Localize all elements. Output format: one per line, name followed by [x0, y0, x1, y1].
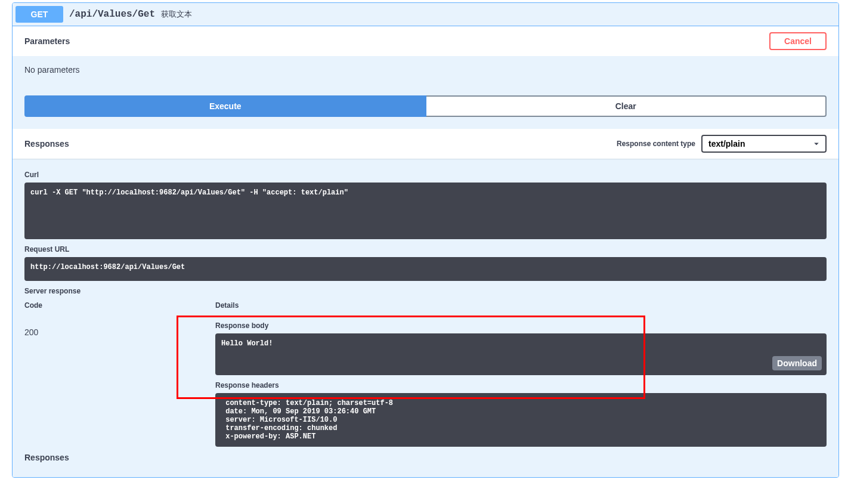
code-column-header: Code — [24, 301, 215, 310]
no-parameters-text: No parameters — [13, 56, 838, 84]
curl-label: Curl — [24, 171, 827, 179]
request-url-value[interactable]: http://localhost:9682/api/Values/Get — [24, 257, 827, 281]
responses-bottom-label: Responses — [24, 453, 827, 465]
curl-command[interactable]: curl -X GET "http://localhost:9682/api/V… — [24, 183, 827, 239]
http-method-badge: GET — [16, 6, 63, 23]
responses-title: Responses — [24, 139, 617, 149]
server-response-label: Server response — [24, 287, 827, 295]
operation-body: No parameters Execute Clear Responses Re… — [13, 56, 838, 477]
details-column-header: Details — [215, 301, 827, 310]
parameters-title: Parameters — [24, 36, 769, 46]
response-details: Response body Hello World! Download Resp… — [215, 321, 827, 447]
response-table-header: Code Details — [24, 301, 827, 316]
response-body-wrapper: Hello World! Download — [215, 333, 827, 375]
cancel-button[interactable]: Cancel — [769, 32, 827, 50]
api-path: /api/Values/Get — [63, 9, 161, 20]
download-button[interactable]: Download — [772, 356, 822, 370]
clear-button[interactable]: Clear — [426, 95, 827, 117]
execute-wrapper: Execute Clear — [13, 84, 838, 129]
operation-block: GET /api/Values/Get 获取文本 Parameters Canc… — [12, 2, 839, 478]
operation-summary[interactable]: GET /api/Values/Get 获取文本 — [13, 3, 838, 26]
response-status-code: 200 — [24, 321, 215, 447]
request-url-label: Request URL — [24, 245, 827, 253]
response-headers-label: Response headers — [215, 381, 827, 389]
response-headers-value[interactable]: content-type: text/plain; charset=utf-8 … — [215, 393, 827, 447]
response-body-value[interactable]: Hello World! — [215, 333, 827, 375]
content-type-select[interactable]: text/plain — [701, 135, 827, 153]
execute-button[interactable]: Execute — [24, 95, 426, 117]
response-body-label: Response body — [215, 321, 827, 330]
parameters-header: Parameters Cancel — [13, 26, 838, 56]
content-type-wrapper: Response content type text/plain — [617, 135, 827, 153]
responses-inner: Curl curl -X GET "http://localhost:9682/… — [13, 159, 838, 477]
content-type-label: Response content type — [617, 140, 695, 148]
response-table: Code Details 200 Response body Hello Wor… — [24, 301, 827, 453]
api-description: 获取文本 — [161, 9, 192, 20]
responses-header: Responses Response content type text/pla… — [13, 129, 838, 159]
response-row: 200 Response body Hello World! Download … — [24, 316, 827, 453]
